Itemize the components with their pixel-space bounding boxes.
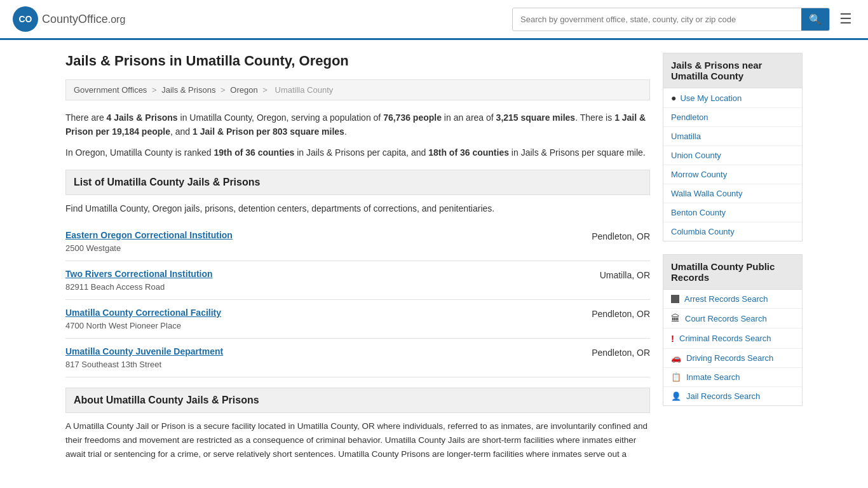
search-button[interactable]: 🔍 xyxy=(801,8,829,30)
use-my-location-link[interactable]: Use My Location xyxy=(680,93,742,103)
nearby-section: Jails & Prisons near Umatilla County ● U… xyxy=(663,53,803,241)
list-item: 👤 Jail Records Search xyxy=(663,387,802,405)
list-item: ● Use My Location xyxy=(663,88,802,108)
facility-info: Umatilla County Juvenile Department 817 … xyxy=(65,346,561,369)
facility-name-link[interactable]: Two Rivers Correctional Institution xyxy=(65,269,561,279)
nearby-list: ● Use My Location Pendleton Umatilla Uni… xyxy=(663,88,803,241)
list-item: 📋 Inmate Search xyxy=(663,368,802,387)
content-area: Jails & Prisons in Umatilla County, Oreg… xyxy=(65,53,650,461)
criminal-records-icon: ! xyxy=(671,333,674,344)
description-1: There are 4 Jails & Prisons in Umatilla … xyxy=(65,111,650,139)
driving-records-icon: 🚗 xyxy=(671,353,681,363)
records-title: Umatilla County Public Records xyxy=(663,254,803,290)
list-description: Find Umatilla County, Oregon jails, pris… xyxy=(65,201,650,215)
court-records-link[interactable]: Court Records Search xyxy=(685,314,767,323)
list-item: 🚗 Driving Records Search xyxy=(663,349,802,368)
breadcrumb-link-jails[interactable]: Jails & Prisons xyxy=(161,85,215,95)
facility-address: 82911 Beach Access Road xyxy=(65,282,165,292)
arrest-records-icon xyxy=(671,295,679,303)
svg-text:CO: CO xyxy=(19,14,32,24)
breadcrumb: Government Offices > Jails & Prisons > O… xyxy=(65,79,650,100)
facility-name-link[interactable]: Eastern Oregon Correctional Institution xyxy=(65,230,561,240)
nearby-title: Jails & Prisons near Umatilla County xyxy=(663,53,803,88)
arrest-records-link[interactable]: Arrest Records Search xyxy=(684,294,768,304)
header-right: 🔍 ☰ xyxy=(512,8,855,31)
table-row: Eastern Oregon Correctional Institution … xyxy=(65,222,650,261)
list-item: Union County xyxy=(663,146,802,165)
facility-location: Umatilla, OR xyxy=(561,269,650,280)
facility-location: Pendleton, OR xyxy=(561,230,650,241)
header: CO CountyOffice.org 🔍 ☰ xyxy=(0,0,868,40)
facility-info: Eastern Oregon Correctional Institution … xyxy=(65,230,561,253)
page-title: Jails & Prisons in Umatilla County, Oreg… xyxy=(65,53,650,69)
facility-address: 2500 Westgate xyxy=(65,243,121,253)
facility-address: 4700 North West Pioneer Place xyxy=(65,321,181,330)
facility-name-link[interactable]: Umatilla County Correctional Facility xyxy=(65,308,561,318)
driving-records-link[interactable]: Driving Records Search xyxy=(686,353,773,363)
logo-text: CountyOffice.org xyxy=(42,13,125,26)
facility-name-link[interactable]: Umatilla County Juvenile Department xyxy=(65,346,561,356)
nearby-link[interactable]: Pendleton xyxy=(671,112,709,122)
list-item: Morrow County xyxy=(663,165,802,184)
search-input[interactable] xyxy=(513,10,801,29)
facility-location: Pendleton, OR xyxy=(561,308,650,319)
facility-address: 817 Southeast 13th Street xyxy=(65,360,161,369)
records-section: Umatilla County Public Records Arrest Re… xyxy=(663,254,803,406)
logo-area: CO CountyOffice.org xyxy=(13,6,125,32)
table-row: Umatilla County Juvenile Department 817 … xyxy=(65,339,650,377)
breadcrumb-current: Umatilla County xyxy=(275,85,334,95)
facility-info: Umatilla County Correctional Facility 47… xyxy=(65,308,561,330)
about-text: A Umatilla County Jail or Prison is a se… xyxy=(65,419,650,462)
jail-records-icon: 👤 xyxy=(671,391,681,401)
jail-records-link[interactable]: Jail Records Search xyxy=(686,391,760,401)
facility-info: Two Rivers Correctional Institution 8291… xyxy=(65,269,561,292)
location-pin-icon: ● xyxy=(671,93,676,103)
about-section-header: About Umatilla County Jails & Prisons xyxy=(65,388,650,413)
inmate-search-icon: 📋 xyxy=(671,372,681,382)
main-container: Jails & Prisons in Umatilla County, Oreg… xyxy=(53,40,815,474)
list-item: Benton County xyxy=(663,203,802,222)
list-item: Walla Walla County xyxy=(663,184,802,203)
nearby-link[interactable]: Morrow County xyxy=(671,170,727,179)
nearby-link[interactable]: Walla Walla County xyxy=(671,189,742,198)
list-section-header: List of Umatilla County Jails & Prisons xyxy=(65,170,650,195)
criminal-records-link[interactable]: Criminal Records Search xyxy=(679,334,771,343)
nearby-link[interactable]: Columbia County xyxy=(671,227,735,236)
description-2: In Oregon, Umatilla County is ranked 19t… xyxy=(65,146,650,159)
nearby-link[interactable]: Union County xyxy=(671,151,721,160)
table-row: Umatilla County Correctional Facility 47… xyxy=(65,300,650,339)
sidebar: Jails & Prisons near Umatilla County ● U… xyxy=(663,53,803,461)
logo-icon: CO xyxy=(13,6,38,32)
table-row: Two Rivers Correctional Institution 8291… xyxy=(65,261,650,300)
nearby-link[interactable]: Benton County xyxy=(671,208,726,217)
facility-list: Eastern Oregon Correctional Institution … xyxy=(65,222,650,377)
court-records-icon: 🏛 xyxy=(671,313,680,323)
list-item: Arrest Records Search xyxy=(663,290,802,309)
inmate-search-link[interactable]: Inmate Search xyxy=(686,372,740,382)
menu-icon[interactable]: ☰ xyxy=(836,8,855,30)
nearby-link[interactable]: Umatilla xyxy=(671,132,701,141)
search-bar: 🔍 xyxy=(512,8,830,31)
list-item: 🏛 Court Records Search xyxy=(663,309,802,329)
list-item: Umatilla xyxy=(663,127,802,146)
list-item: Pendleton xyxy=(663,108,802,127)
records-list: Arrest Records Search 🏛 Court Records Se… xyxy=(663,290,803,406)
breadcrumb-link-oregon[interactable]: Oregon xyxy=(230,85,257,95)
list-item: ! Criminal Records Search xyxy=(663,329,802,349)
facility-location: Pendleton, OR xyxy=(561,346,650,358)
breadcrumb-link-gov[interactable]: Government Offices xyxy=(74,85,147,95)
list-item: Columbia County xyxy=(663,222,802,241)
